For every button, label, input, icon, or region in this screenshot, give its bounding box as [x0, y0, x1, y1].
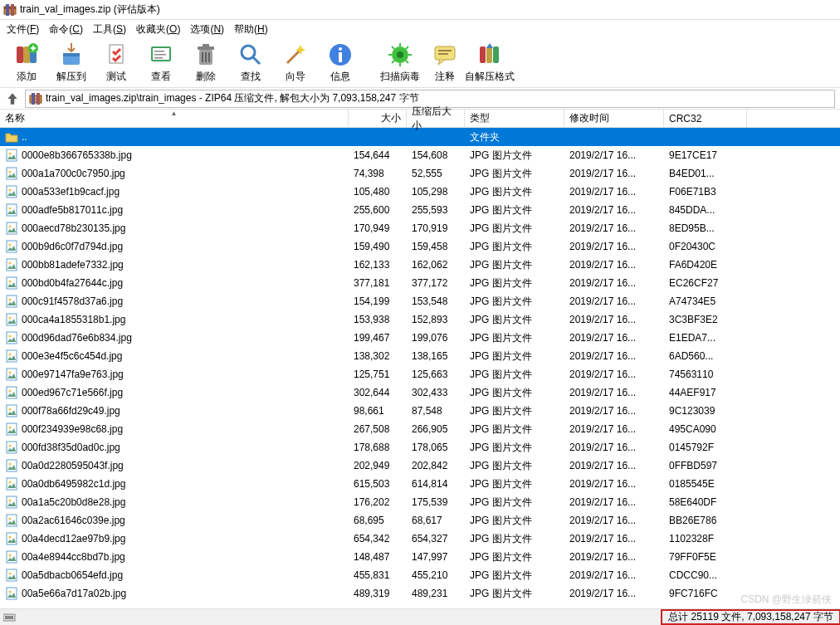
- wizard-button[interactable]: 向导: [276, 40, 315, 86]
- file-row[interactable]: 000c91f4578d37a6.jpg154,199153,548JPG 图片…: [0, 292, 840, 310]
- file-name: 00a5dbacb0654efd.jpg: [22, 569, 123, 581]
- delete-button[interactable]: 删除: [186, 40, 226, 86]
- svg-rect-29: [438, 50, 452, 51]
- up-button[interactable]: [5, 91, 20, 106]
- file-packed: 302,433: [407, 387, 465, 398]
- svg-rect-18: [203, 44, 209, 47]
- file-type: JPG 图片文件: [465, 532, 564, 546]
- file-name: 000fd38f35d0ad0c.jpg: [22, 442, 120, 453]
- file-size: 125,751: [349, 369, 407, 380]
- file-packed: 153,548: [407, 295, 465, 307]
- virus-button[interactable]: 扫描病毒: [380, 40, 420, 86]
- file-row[interactable]: 00a5dbacb0654efd.jpg455,831455,210JPG 图片…: [0, 566, 840, 584]
- file-row[interactable]: 000a533ef1b9cacf.jpg105,480105,298JPG 图片…: [0, 183, 840, 201]
- file-row[interactable]: 000f78a66fd29c49.jpg98,66187,548JPG 图片文件…: [0, 402, 840, 420]
- file-row[interactable]: 000a1a700c0c7950.jpg74,39852,555JPG 图片文件…: [0, 164, 840, 183]
- file-crc: F06E71B3: [664, 186, 747, 198]
- file-type: JPG 图片文件: [465, 222, 564, 236]
- svg-rect-2: [6, 4, 9, 16]
- svg-point-80: [9, 536, 12, 539]
- file-date: 2019/2/17 16...: [564, 222, 664, 234]
- file-row[interactable]: 00a1a5c20b0d8e28.jpg176,202175,539JPG 图片…: [0, 493, 840, 511]
- file-row[interactable]: 00a2ac61646c039e.jpg68,69568,617JPG 图片文件…: [0, 511, 840, 530]
- file-packed: 255,593: [407, 204, 465, 216]
- file-row[interactable]: 00a0db6495982c1d.jpg615,503614,814JPG 图片…: [0, 475, 840, 493]
- file-row[interactable]: 000adfe5b817011c.jpg255,600255,593JPG 图片…: [0, 201, 840, 219]
- file-size: 489,319: [349, 588, 407, 599]
- header-type[interactable]: 类型: [465, 110, 564, 127]
- sfx-button[interactable]: 自解压格式: [470, 40, 510, 86]
- header-size[interactable]: 大小: [349, 110, 407, 127]
- file-row[interactable]: 000b9d6c0f7d794d.jpg159,490159,458JPG 图片…: [0, 237, 840, 256]
- file-type: JPG 图片文件: [465, 368, 564, 382]
- svg-rect-15: [154, 57, 163, 59]
- file-list[interactable]: .. 文件夹 0000e8b366765338b.jpg154,644154,6…: [0, 128, 840, 609]
- svg-rect-30: [438, 53, 448, 55]
- svg-point-74: [9, 481, 12, 484]
- file-row[interactable]: 00a4e8944cc8bd7b.jpg148,487147,997JPG 图片…: [0, 548, 840, 566]
- file-row[interactable]: 000ca4a1855318b1.jpg153,938152,893JPG 图片…: [0, 310, 840, 329]
- status-text: 总计 25119 文件, 7,093,158,247 字节: [662, 610, 840, 624]
- file-row[interactable]: 000fd38f35d0ad0c.jpg178,688178,065JPG 图片…: [0, 438, 840, 457]
- file-row[interactable]: 000ed967c71e566f.jpg302,644302,433JPG 图片…: [0, 383, 840, 402]
- wizard-icon: [282, 42, 309, 68]
- file-packed: 654,327: [407, 533, 465, 544]
- svg-rect-3: [11, 4, 14, 16]
- file-row[interactable]: 0000e8b366765338b.jpg154,644154,608JPG 图…: [0, 146, 840, 164]
- menu-help[interactable]: 帮助(H): [229, 21, 273, 38]
- file-size: 202,949: [349, 460, 407, 471]
- file-packed: 199,076: [407, 332, 465, 344]
- menu-command[interactable]: 命令(C): [44, 21, 88, 38]
- file-date: 2019/2/17 16...: [564, 588, 664, 599]
- file-row[interactable]: 00a4decd12ae97b9.jpg654,342654,327JPG 图片…: [0, 530, 840, 548]
- header-name[interactable]: ▲ 名称: [0, 110, 349, 127]
- file-packed: 68,617: [407, 515, 465, 526]
- add-button[interactable]: 添加: [7, 40, 46, 86]
- jpg-icon: [5, 149, 18, 162]
- file-row[interactable]: 00a5e66a7d17a02b.jpg489,319489,231JPG 图片…: [0, 584, 840, 603]
- menu-favorites[interactable]: 收藏夹(O): [131, 21, 185, 38]
- header-packed[interactable]: 压缩后大小: [407, 110, 465, 127]
- file-packed: 266,905: [407, 423, 465, 435]
- svg-point-56: [9, 317, 12, 320]
- file-crc: 495CA090: [664, 423, 747, 435]
- jpg-icon: [5, 331, 18, 344]
- parent-dir-label: ..: [22, 131, 27, 143]
- menu-options[interactable]: 选项(N): [185, 21, 229, 38]
- jpg-icon: [5, 514, 18, 527]
- header-crc[interactable]: CRC32: [664, 110, 747, 127]
- file-row[interactable]: 000e97147fa9e763.jpg125,751125,663JPG 图片…: [0, 365, 840, 383]
- file-size: 176,202: [349, 496, 407, 508]
- jpg-icon: [5, 459, 18, 472]
- menu-file[interactable]: 文件(F): [2, 21, 44, 38]
- jpg-icon: [5, 404, 18, 417]
- file-row[interactable]: 000aecd78b230135.jpg170,949170,919JPG 图片…: [0, 219, 840, 237]
- info-button[interactable]: 信息: [320, 40, 360, 86]
- menu-tools[interactable]: 工具(S): [88, 21, 131, 38]
- file-packed: 202,842: [407, 460, 465, 471]
- file-type: JPG 图片文件: [465, 477, 564, 491]
- jpg-icon: [5, 167, 18, 180]
- file-row[interactable]: 000bb81adefe7332.jpg162,133162,062JPG 图片…: [0, 256, 840, 274]
- test-button[interactable]: 测试: [96, 40, 136, 86]
- header-date[interactable]: 修改时间: [564, 110, 664, 127]
- file-row[interactable]: 000f234939e98c68.jpg267,508266,905JPG 图片…: [0, 420, 840, 438]
- file-size: 138,302: [349, 350, 407, 362]
- file-row[interactable]: 000bd0b4fa27644c.jpg377,181377,172JPG 图片…: [0, 274, 840, 292]
- file-crc: CDCC90...: [664, 569, 747, 581]
- comment-button[interactable]: 注释: [425, 40, 465, 86]
- file-crc: 0145792F: [664, 442, 747, 453]
- view-button[interactable]: 查看: [141, 40, 181, 86]
- jpg-icon: [5, 550, 18, 564]
- file-date: 2019/2/17 16...: [564, 515, 664, 526]
- svg-point-22: [242, 46, 255, 59]
- file-row[interactable]: 000d96dad76e6b834.jpg199,467199,076JPG 图…: [0, 329, 840, 347]
- file-row[interactable]: 000e3e4f5c6c454d.jpg138,302138,165JPG 图片…: [0, 347, 840, 365]
- file-row[interactable]: 00a0d2280595043f.jpg202,949202,842JPG 图片…: [0, 457, 840, 475]
- file-date: 2019/2/17 16...: [564, 277, 664, 289]
- jpg-icon: [5, 441, 18, 454]
- svg-point-72: [9, 463, 12, 466]
- extract-button[interactable]: 解压到: [51, 40, 91, 86]
- wizard-label: 向导: [286, 70, 305, 84]
- find-button[interactable]: 查找: [231, 40, 271, 86]
